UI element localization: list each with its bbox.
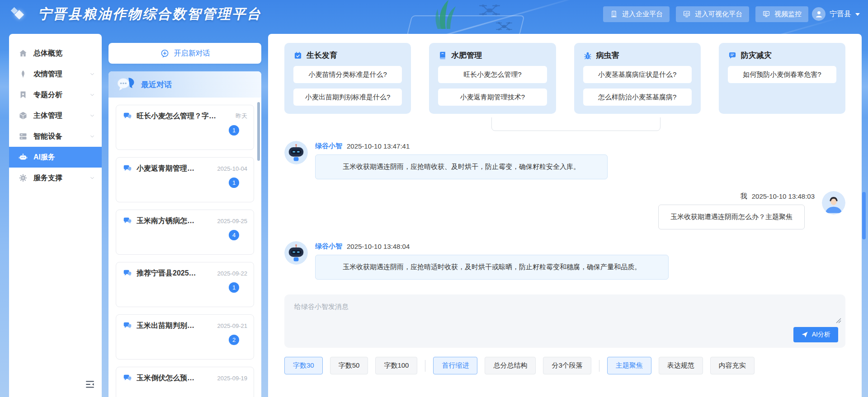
conversation-date: 2025-10-04 — [217, 165, 248, 172]
sidebar-nav: 总体概览 农情管理 专题分析 — [9, 43, 102, 188]
quick-question-cards: 生长发育 小麦苗情分类标准是什么? 小麦出苗期判别标准是什么? — [284, 43, 845, 114]
category-card: 生长发育 小麦苗情分类标准是什么? 小麦出苗期判别标准是什么? — [284, 43, 411, 114]
sidebar-item-icon — [19, 153, 28, 162]
style-chip[interactable]: 表达规范 — [659, 357, 703, 374]
message-meta: 绿谷小智 2025-10-10 13:47:41 — [315, 141, 845, 150]
sidebar-item[interactable]: 专题分析 — [9, 84, 102, 105]
quick-question-button[interactable]: 怎么样防治小麦茎基腐病? — [583, 89, 692, 106]
sidebar-item-label: 总体概览 — [33, 49, 62, 58]
category-icon — [583, 51, 592, 60]
recent-chats-list: 旺长小麦怎么管理？字… 昨天 1 小麦返青期管理… 2025-10-04 — [108, 98, 261, 397]
ai-analyze-button[interactable]: AI分析 — [793, 327, 838, 342]
user-avatar — [822, 191, 845, 215]
header-action-button[interactable]: 视频监控 — [755, 6, 808, 22]
message-history: 绿谷小智 2025-10-10 13:47:41 玉米收获期遇连阴雨，应抢晴收获… — [284, 117, 845, 294]
conversation-title: 推荐宁晋县2025… — [137, 269, 213, 278]
category-card: 防灾减灾 如何预防小麦倒春寒危害? — [719, 43, 845, 114]
sidebar-item-icon — [19, 70, 28, 79]
conversation-list-item[interactable]: 玉米出苗期判别… 2025-09-21 2 — [116, 314, 254, 360]
quick-question-button[interactable]: 小麦出苗期判别标准是什么? — [293, 89, 402, 106]
sidebar-item-icon — [19, 132, 28, 141]
quick-question-button[interactable]: 如何预防小麦倒春寒危害? — [728, 66, 836, 83]
message-time: 2025-10-10 13:48:04 — [347, 243, 410, 250]
category-icon — [438, 51, 447, 60]
unread-badge: 1 — [229, 125, 239, 135]
chat-bubbles-icon — [117, 76, 136, 93]
sidebar-item[interactable]: 主体管理 — [9, 105, 102, 126]
message-bubble: 玉米收获期遇连阴雨，应抢晴适时收获，及时烘干或晾晒，防止籽粒霉变和穗腐，确保产量… — [315, 255, 669, 280]
conversation-list-item[interactable]: 小麦返青期管理… 2025-10-04 1 — [116, 157, 254, 202]
sidebar-item[interactable]: 智能设备 — [9, 126, 102, 147]
sidebar: 总体概览 农情管理 专题分析 — [9, 34, 102, 397]
sidebar-item[interactable]: 总体概览 — [9, 43, 102, 64]
header-actions: 进入企业平台 进入可视化平台 视频监控 — [603, 6, 808, 22]
style-chip[interactable]: 内容充实 — [710, 357, 755, 374]
sidebar-item-label: 主体管理 — [33, 111, 62, 121]
message-input[interactable] — [284, 294, 845, 327]
send-icon — [801, 331, 808, 338]
category-card: 水肥管理 旺长小麦怎么管理? 小麦返青期管理技术? — [429, 43, 556, 114]
style-chips-toolbar: 字数30 字数50 字数100 首行缩进 — [284, 357, 845, 374]
sidebar-item-icon — [19, 111, 28, 120]
quick-question-button[interactable]: 小麦苗情分类标准是什么? — [293, 66, 402, 83]
message-bubble: 玉米收获期遇连阴雨，应抢晴收获、及时烘干，防止霉变，确保籽粒安全入库。 — [315, 154, 608, 179]
resize-handle-icon[interactable] — [835, 317, 841, 323]
style-chip[interactable]: 主题聚焦 — [607, 357, 651, 374]
sidebar-item[interactable]: 农情管理 — [9, 64, 102, 84]
chip-group: 字数30 字数50 字数100 — [284, 357, 417, 374]
message-time: 2025-10-10 13:47:41 — [347, 142, 410, 150]
main-scrollbar-thumb[interactable] — [862, 192, 866, 239]
sidebar-item-label: 专题分析 — [33, 90, 62, 100]
conversation-title: 旺长小麦怎么管理？字… — [137, 112, 231, 121]
recent-chats-panel: 最近对话 旺长小麦怎么管理？字… 昨天 1 — [108, 71, 261, 397]
header-action-icon — [762, 10, 770, 18]
chat-item-icon — [123, 268, 132, 278]
chip-group: 首行缩进 总分总结构 分3个段落 — [425, 357, 591, 374]
user-avatar-icon — [812, 7, 826, 21]
unread-badge: 1 — [229, 177, 239, 188]
style-chip[interactable]: 字数30 — [284, 357, 323, 374]
app-header: 宁晋县粮油作物综合数智管理平台 进入企业平台 进入可视化平台 视频监控 — [0, 0, 868, 28]
recent-chats-header: 最近对话 — [108, 71, 261, 98]
sidebar-item[interactable]: AI服务 — [9, 147, 102, 168]
chevron-down-icon — [89, 71, 95, 77]
message-sender: 我 — [741, 192, 747, 201]
style-chip[interactable]: 首行缩进 — [433, 357, 477, 374]
category-card: 病虫害 小麦茎基腐病症状是什么? 怎么样防治小麦茎基腐病? — [574, 43, 701, 114]
conversation-list-item[interactable]: 玉米倒伏怎么预… 2025-09-19 — [116, 367, 254, 397]
user-name: 宁晋县 — [830, 9, 851, 19]
conversation-list-item[interactable]: 旺长小麦怎么管理？字… 昨天 1 — [116, 105, 254, 150]
chat-list-scrollbar-thumb[interactable] — [257, 102, 260, 161]
sidebar-item[interactable]: 服务支撑 — [9, 168, 102, 188]
quick-question-button[interactable]: 小麦返青期管理技术? — [438, 89, 547, 106]
header-action-button[interactable]: 进入可视化平台 — [676, 6, 749, 22]
conversation-date: 2025-09-19 — [217, 375, 248, 382]
quick-question-button[interactable]: 旺长小麦怎么管理? — [438, 66, 547, 83]
message-meta: 我 2025-10-10 13:48:03 — [284, 191, 815, 201]
composer: AI分析 — [284, 294, 845, 348]
new-chat-button[interactable]: 开启新对话 — [108, 43, 261, 64]
chevron-down-icon — [89, 133, 95, 140]
category-title: 防灾减灾 — [728, 50, 836, 61]
collapse-sidebar-icon[interactable] — [85, 379, 95, 390]
conversation-list-item[interactable]: 推荐宁晋县2025… 2025-09-22 1 — [116, 262, 254, 307]
style-chip[interactable]: 字数50 — [330, 357, 368, 374]
user-menu[interactable]: 宁晋县 — [812, 7, 860, 21]
message-meta: 绿谷小智 2025-10-10 13:48:04 — [315, 241, 845, 251]
chip-group: 主题聚焦 表达规范 内容充实 — [599, 357, 755, 374]
quick-question-button[interactable]: 小麦茎基腐病症状是什么? — [583, 66, 692, 83]
style-chip[interactable]: 总分总结构 — [485, 357, 536, 374]
app-title: 宁晋县粮油作物综合数智管理平台 — [38, 5, 262, 23]
category-icon — [728, 51, 737, 60]
chevron-down-icon — [89, 112, 95, 119]
message-bubble: 玉米收获期遭遇连阴雨怎么办？主题聚焦 — [658, 205, 805, 229]
style-chip[interactable]: 分3个段落 — [543, 357, 591, 374]
conversation-title: 玉米倒伏怎么预… — [137, 374, 213, 383]
conversation-list-item[interactable]: 玉米南方锈病怎… 2025-09-25 4 — [116, 210, 254, 255]
sidebar-item-label: 农情管理 — [33, 70, 62, 79]
sidebar-item-label: AI服务 — [33, 153, 55, 162]
style-chip[interactable]: 字数100 — [375, 357, 417, 374]
header-action-button[interactable]: 进入企业平台 — [603, 6, 670, 22]
sidebar-item-icon — [19, 173, 28, 182]
conversation-date: 2025-09-22 — [217, 270, 248, 277]
